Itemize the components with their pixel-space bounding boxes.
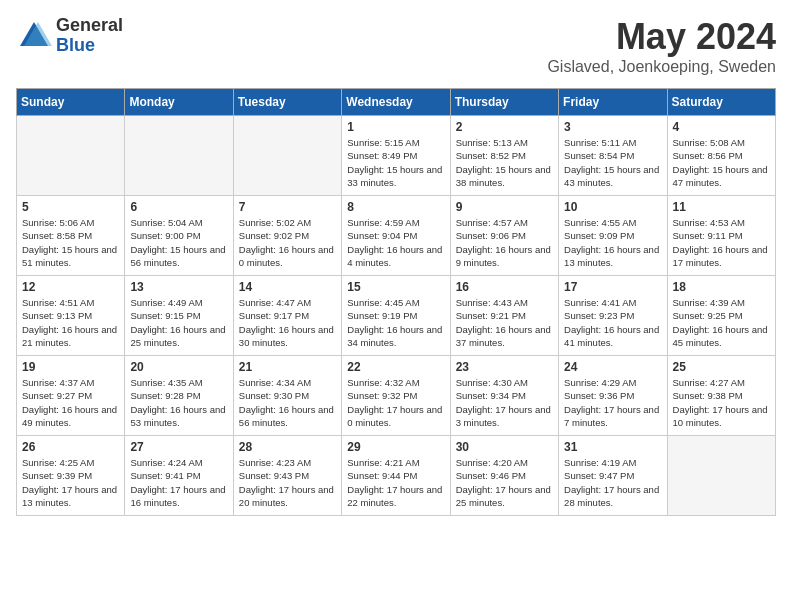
day-info: Sunrise: 4:59 AMSunset: 9:04 PMDaylight:… bbox=[347, 216, 444, 269]
day-number: 5 bbox=[22, 200, 119, 214]
day-number: 29 bbox=[347, 440, 444, 454]
day-info: Sunrise: 4:24 AMSunset: 9:41 PMDaylight:… bbox=[130, 456, 227, 509]
calendar-cell: 22Sunrise: 4:32 AMSunset: 9:32 PMDayligh… bbox=[342, 356, 450, 436]
day-info: Sunrise: 4:55 AMSunset: 9:09 PMDaylight:… bbox=[564, 216, 661, 269]
day-info: Sunrise: 4:49 AMSunset: 9:15 PMDaylight:… bbox=[130, 296, 227, 349]
day-info: Sunrise: 4:20 AMSunset: 9:46 PMDaylight:… bbox=[456, 456, 553, 509]
day-number: 26 bbox=[22, 440, 119, 454]
day-number: 7 bbox=[239, 200, 336, 214]
calendar-week-2: 5Sunrise: 5:06 AMSunset: 8:58 PMDaylight… bbox=[17, 196, 776, 276]
header-wednesday: Wednesday bbox=[342, 89, 450, 116]
calendar-cell: 24Sunrise: 4:29 AMSunset: 9:36 PMDayligh… bbox=[559, 356, 667, 436]
calendar-cell: 26Sunrise: 4:25 AMSunset: 9:39 PMDayligh… bbox=[17, 436, 125, 516]
month-title: May 2024 bbox=[547, 16, 776, 58]
day-info: Sunrise: 4:25 AMSunset: 9:39 PMDaylight:… bbox=[22, 456, 119, 509]
day-number: 8 bbox=[347, 200, 444, 214]
calendar-cell: 2Sunrise: 5:13 AMSunset: 8:52 PMDaylight… bbox=[450, 116, 558, 196]
day-number: 22 bbox=[347, 360, 444, 374]
day-number: 14 bbox=[239, 280, 336, 294]
calendar-cell: 21Sunrise: 4:34 AMSunset: 9:30 PMDayligh… bbox=[233, 356, 341, 436]
day-info: Sunrise: 5:13 AMSunset: 8:52 PMDaylight:… bbox=[456, 136, 553, 189]
header-thursday: Thursday bbox=[450, 89, 558, 116]
day-number: 12 bbox=[22, 280, 119, 294]
day-number: 25 bbox=[673, 360, 770, 374]
day-number: 19 bbox=[22, 360, 119, 374]
day-number: 6 bbox=[130, 200, 227, 214]
logo-general-text: General bbox=[56, 16, 123, 36]
calendar-week-5: 26Sunrise: 4:25 AMSunset: 9:39 PMDayligh… bbox=[17, 436, 776, 516]
day-info: Sunrise: 4:43 AMSunset: 9:21 PMDaylight:… bbox=[456, 296, 553, 349]
day-number: 2 bbox=[456, 120, 553, 134]
day-number: 28 bbox=[239, 440, 336, 454]
calendar-cell: 23Sunrise: 4:30 AMSunset: 9:34 PMDayligh… bbox=[450, 356, 558, 436]
calendar-cell: 20Sunrise: 4:35 AMSunset: 9:28 PMDayligh… bbox=[125, 356, 233, 436]
calendar-cell: 8Sunrise: 4:59 AMSunset: 9:04 PMDaylight… bbox=[342, 196, 450, 276]
day-number: 17 bbox=[564, 280, 661, 294]
logo: General Blue bbox=[16, 16, 123, 56]
calendar-cell: 29Sunrise: 4:21 AMSunset: 9:44 PMDayligh… bbox=[342, 436, 450, 516]
day-info: Sunrise: 4:41 AMSunset: 9:23 PMDaylight:… bbox=[564, 296, 661, 349]
calendar-cell: 17Sunrise: 4:41 AMSunset: 9:23 PMDayligh… bbox=[559, 276, 667, 356]
calendar-cell: 4Sunrise: 5:08 AMSunset: 8:56 PMDaylight… bbox=[667, 116, 775, 196]
header-saturday: Saturday bbox=[667, 89, 775, 116]
day-info: Sunrise: 4:19 AMSunset: 9:47 PMDaylight:… bbox=[564, 456, 661, 509]
header-friday: Friday bbox=[559, 89, 667, 116]
header-monday: Monday bbox=[125, 89, 233, 116]
day-number: 24 bbox=[564, 360, 661, 374]
calendar-cell: 28Sunrise: 4:23 AMSunset: 9:43 PMDayligh… bbox=[233, 436, 341, 516]
day-info: Sunrise: 4:27 AMSunset: 9:38 PMDaylight:… bbox=[673, 376, 770, 429]
header-tuesday: Tuesday bbox=[233, 89, 341, 116]
day-info: Sunrise: 4:51 AMSunset: 9:13 PMDaylight:… bbox=[22, 296, 119, 349]
location-title: Gislaved, Joenkoeping, Sweden bbox=[547, 58, 776, 76]
calendar-cell bbox=[667, 436, 775, 516]
day-info: Sunrise: 4:47 AMSunset: 9:17 PMDaylight:… bbox=[239, 296, 336, 349]
day-number: 9 bbox=[456, 200, 553, 214]
calendar-cell: 15Sunrise: 4:45 AMSunset: 9:19 PMDayligh… bbox=[342, 276, 450, 356]
calendar-week-3: 12Sunrise: 4:51 AMSunset: 9:13 PMDayligh… bbox=[17, 276, 776, 356]
day-info: Sunrise: 5:04 AMSunset: 9:00 PMDaylight:… bbox=[130, 216, 227, 269]
calendar-table: SundayMondayTuesdayWednesdayThursdayFrid… bbox=[16, 88, 776, 516]
day-info: Sunrise: 4:35 AMSunset: 9:28 PMDaylight:… bbox=[130, 376, 227, 429]
day-info: Sunrise: 4:39 AMSunset: 9:25 PMDaylight:… bbox=[673, 296, 770, 349]
day-number: 15 bbox=[347, 280, 444, 294]
day-info: Sunrise: 5:08 AMSunset: 8:56 PMDaylight:… bbox=[673, 136, 770, 189]
calendar-cell: 3Sunrise: 5:11 AMSunset: 8:54 PMDaylight… bbox=[559, 116, 667, 196]
calendar-cell: 30Sunrise: 4:20 AMSunset: 9:46 PMDayligh… bbox=[450, 436, 558, 516]
calendar-cell: 7Sunrise: 5:02 AMSunset: 9:02 PMDaylight… bbox=[233, 196, 341, 276]
day-info: Sunrise: 4:45 AMSunset: 9:19 PMDaylight:… bbox=[347, 296, 444, 349]
day-info: Sunrise: 4:34 AMSunset: 9:30 PMDaylight:… bbox=[239, 376, 336, 429]
day-number: 3 bbox=[564, 120, 661, 134]
calendar-cell: 9Sunrise: 4:57 AMSunset: 9:06 PMDaylight… bbox=[450, 196, 558, 276]
day-number: 1 bbox=[347, 120, 444, 134]
calendar-header-row: SundayMondayTuesdayWednesdayThursdayFrid… bbox=[17, 89, 776, 116]
header-sunday: Sunday bbox=[17, 89, 125, 116]
calendar-week-4: 19Sunrise: 4:37 AMSunset: 9:27 PMDayligh… bbox=[17, 356, 776, 436]
logo-icon bbox=[16, 18, 52, 54]
calendar-cell: 16Sunrise: 4:43 AMSunset: 9:21 PMDayligh… bbox=[450, 276, 558, 356]
calendar-cell: 27Sunrise: 4:24 AMSunset: 9:41 PMDayligh… bbox=[125, 436, 233, 516]
calendar-cell: 10Sunrise: 4:55 AMSunset: 9:09 PMDayligh… bbox=[559, 196, 667, 276]
calendar-cell: 13Sunrise: 4:49 AMSunset: 9:15 PMDayligh… bbox=[125, 276, 233, 356]
day-number: 4 bbox=[673, 120, 770, 134]
calendar-cell bbox=[125, 116, 233, 196]
calendar-cell: 11Sunrise: 4:53 AMSunset: 9:11 PMDayligh… bbox=[667, 196, 775, 276]
day-info: Sunrise: 5:02 AMSunset: 9:02 PMDaylight:… bbox=[239, 216, 336, 269]
calendar-cell: 25Sunrise: 4:27 AMSunset: 9:38 PMDayligh… bbox=[667, 356, 775, 436]
calendar-cell: 6Sunrise: 5:04 AMSunset: 9:00 PMDaylight… bbox=[125, 196, 233, 276]
day-info: Sunrise: 4:23 AMSunset: 9:43 PMDaylight:… bbox=[239, 456, 336, 509]
day-info: Sunrise: 4:30 AMSunset: 9:34 PMDaylight:… bbox=[456, 376, 553, 429]
day-info: Sunrise: 4:21 AMSunset: 9:44 PMDaylight:… bbox=[347, 456, 444, 509]
day-number: 20 bbox=[130, 360, 227, 374]
day-info: Sunrise: 4:57 AMSunset: 9:06 PMDaylight:… bbox=[456, 216, 553, 269]
calendar-cell: 31Sunrise: 4:19 AMSunset: 9:47 PMDayligh… bbox=[559, 436, 667, 516]
calendar-week-1: 1Sunrise: 5:15 AMSunset: 8:49 PMDaylight… bbox=[17, 116, 776, 196]
day-number: 13 bbox=[130, 280, 227, 294]
day-info: Sunrise: 4:29 AMSunset: 9:36 PMDaylight:… bbox=[564, 376, 661, 429]
calendar-cell bbox=[233, 116, 341, 196]
day-info: Sunrise: 5:15 AMSunset: 8:49 PMDaylight:… bbox=[347, 136, 444, 189]
day-number: 18 bbox=[673, 280, 770, 294]
calendar-cell bbox=[17, 116, 125, 196]
day-info: Sunrise: 4:32 AMSunset: 9:32 PMDaylight:… bbox=[347, 376, 444, 429]
day-info: Sunrise: 4:53 AMSunset: 9:11 PMDaylight:… bbox=[673, 216, 770, 269]
day-number: 10 bbox=[564, 200, 661, 214]
